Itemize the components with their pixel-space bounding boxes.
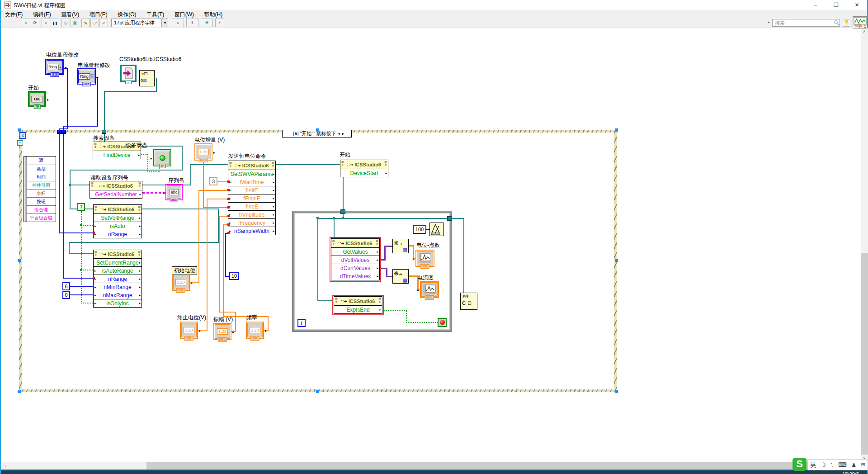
tunnel-refnum[interactable] — [102, 130, 106, 134]
close-reference-node[interactable]: ❋/❋ C 🗋 — [460, 293, 477, 310]
restore-button[interactable]: ❐ — [826, 0, 846, 10]
start-boolean-terminal[interactable]: OK TF — [28, 91, 46, 107]
ime-toolbar[interactable]: 英 ☽ ’, ⌨ ♟ ⊞ — [807, 459, 868, 470]
page-icon: ▤ — [91, 182, 94, 185]
v-scrollbar[interactable]: ˄ ˅ — [861, 28, 868, 462]
dbl-terminal-init[interactable]: 1.23DBL — [172, 274, 190, 291]
invoke-icon: ∷➜ — [235, 163, 241, 168]
retain-wire-values-button[interactable]: ▣ — [71, 19, 79, 27]
graph-terminal-current[interactable]: SGL — [420, 281, 439, 298]
tunnel-int[interactable] — [61, 130, 66, 134]
invoke-node-set-current-range[interactable]: ▤‼∷➜ICSStudio6▤‼ SetCurrentRange isAutoR… — [93, 250, 142, 308]
invoke-node-get-values[interactable]: ▤‼∷➜ICSStudio6▤‼ GetValues dVoltValues d… — [331, 238, 380, 280]
page-icon: ▤ — [335, 297, 338, 300]
register-event-callback-node[interactable]: ➜🗔 0▦ — [139, 70, 155, 86]
loop-stop-terminal[interactable] — [438, 318, 447, 327]
dbl-terminal-amplitude[interactable]: 1.23DBL — [213, 323, 231, 340]
step-into-button[interactable]: ⬊ — [81, 19, 90, 27]
abort-button[interactable]: ● — [42, 19, 50, 27]
timeout-terminal-icon[interactable]: ⧖ — [19, 132, 26, 139]
selection-handle[interactable] — [18, 390, 21, 393]
search-input[interactable]: 搜索 — [772, 19, 840, 27]
tunnel-int[interactable] — [57, 130, 61, 134]
event-data-node[interactable]: 源 类型 时间 控件引用 坐标 按钮 组合键 平台组合键 — [24, 156, 56, 222]
selection-handle[interactable] — [316, 390, 319, 393]
highlight-execution-button[interactable]: ◎ — [61, 19, 70, 27]
distribute-objects-button[interactable]: ⫴ — [186, 19, 198, 27]
help-button[interactable]: ? — [843, 19, 850, 27]
document-icon: 🗋 — [467, 300, 472, 306]
invoke-node-get-serial-number[interactable]: ▤‼∷➜ICSStudio6▤‼ GetSerialNumber — [90, 181, 142, 199]
dbl-terminal-increment[interactable]: 1.23DBL — [194, 143, 212, 161]
constant-true[interactable]: T — [77, 203, 85, 211]
invoke-icon: ∷➜ — [99, 184, 105, 188]
graph-terminal-volt-points[interactable]: SGL — [415, 250, 434, 267]
selection-handle[interactable] — [615, 390, 618, 393]
invoke-node-set-volt-range[interactable]: ▤‼∷➜ICSStudio6▤‼ SetVoltRange isAuto nRa… — [93, 204, 142, 238]
variant-to-data-node[interactable]: ❋➔▦ — [392, 269, 409, 284]
loop-tunnel-refnum[interactable] — [340, 209, 345, 214]
constant-wait-time[interactable]: 3 — [209, 177, 217, 185]
clean-up-diagram-button[interactable]: ✶ — [215, 19, 224, 27]
label-serial-no: 序列号 — [168, 177, 184, 185]
prev-case-icon[interactable]: ◀ — [293, 130, 297, 137]
user-icon[interactable]: ♟ — [851, 462, 856, 468]
taskbar[interactable]: 15:29:5 — [1, 470, 867, 474]
dbl-terminal-frequency[interactable]: 1.23DBL — [246, 322, 264, 339]
dynamic-event-terminal-icon[interactable]: ⌁ — [17, 140, 23, 146]
constant-loop-delay[interactable]: 100 — [413, 225, 426, 234]
selection-handle[interactable] — [615, 259, 618, 262]
loop-iteration-terminal[interactable]: i — [297, 319, 306, 327]
step-over-button[interactable]: ⤻ — [90, 19, 99, 27]
wait-ms-node[interactable] — [429, 223, 444, 236]
search-expand-icon[interactable]: ▸ — [768, 20, 770, 24]
constant-sample-width[interactable]: 10 — [229, 272, 239, 280]
constant-n-max-range[interactable]: 0 — [62, 291, 70, 299]
scroll-up-icon[interactable]: ˄ — [861, 28, 868, 36]
ring-terminal-volt-range[interactable]: Ring ▼ U16 — [45, 59, 64, 75]
serial-string-terminal[interactable]: abc abc — [165, 184, 183, 200]
keyboard-icon[interactable]: ⌨ — [838, 461, 847, 468]
pause-button[interactable]: ❚❚ — [51, 19, 59, 27]
run-continuous-button[interactable]: ⟳ — [31, 19, 39, 27]
invoke-node-set-swva-params[interactable]: ▤‼∷➜ICSStudio6▤‼ SetSWVAParams fWaitTime… — [228, 161, 276, 235]
ring-dropdown-icon: ▼ — [58, 65, 62, 70]
v-scrollbar-thumb[interactable] — [861, 36, 868, 253]
grid-icon[interactable]: ⊞ — [861, 462, 865, 468]
page-icon: ▤ — [138, 251, 141, 254]
selection-handle[interactable] — [18, 128, 21, 132]
moon-icon[interactable]: ☽ — [821, 461, 826, 468]
next-case-icon[interactable]: ▶ — [341, 130, 345, 137]
constant-n-min-range[interactable]: 6 — [62, 282, 70, 290]
variant-to-data-node[interactable]: ❋➔▦ — [392, 239, 409, 253]
selection-handle[interactable] — [18, 259, 21, 262]
font-selector-dropdown-icon[interactable]: ▾ — [162, 19, 168, 27]
device-status-led-terminal[interactable]: TF — [153, 149, 171, 166]
vi-icon-pane[interactable]: 1 — [853, 16, 868, 28]
ring-terminal-curr-range[interactable]: Ring ▼ U16 — [77, 68, 96, 85]
selection-handle[interactable] — [615, 128, 618, 132]
minimize-button[interactable]: – — [805, 0, 826, 10]
label-current-graph: 电流图 — [417, 274, 434, 282]
page-icon: ▤ — [94, 205, 97, 209]
step-out-button[interactable]: ⬈ — [99, 19, 108, 27]
loop-tunnel-refnum[interactable] — [447, 216, 452, 221]
event-field: 坐标 — [27, 189, 56, 197]
labview-vi-icon — [4, 1, 11, 9]
dbl-terminal-final[interactable]: 1.23DBL — [180, 322, 198, 339]
mini-graph-icon — [419, 253, 431, 263]
align-objects-button[interactable]: ⫢ — [172, 19, 184, 27]
font-selector[interactable]: 17pt 应用程序字体 — [111, 19, 162, 27]
reorder-button[interactable]: ❖ — [201, 19, 213, 27]
ime-mode-label[interactable]: 英 — [810, 461, 816, 469]
invoke-node-exp-is-end[interactable]: ▤‼∷➜ICSStudio6▤‼ ExpIsEnd — [334, 296, 382, 314]
punctuation-icon[interactable]: ’, — [831, 462, 834, 468]
dotnet-constructor-node[interactable]: ▤ — [120, 65, 137, 82]
invoke-node-device-start[interactable]: ▤‼∷➜ICSStudio6▤‼ DeviceStart — [340, 160, 388, 177]
run-button[interactable]: ➤ — [22, 19, 30, 27]
close-button[interactable]: ✕ — [847, 0, 867, 10]
label-curr-range-edit: 电流量程修改 — [78, 62, 110, 69]
label-start: 开始 — [28, 84, 39, 92]
sogou-ime-icon[interactable]: S — [793, 458, 807, 471]
selection-handle[interactable] — [316, 128, 319, 132]
